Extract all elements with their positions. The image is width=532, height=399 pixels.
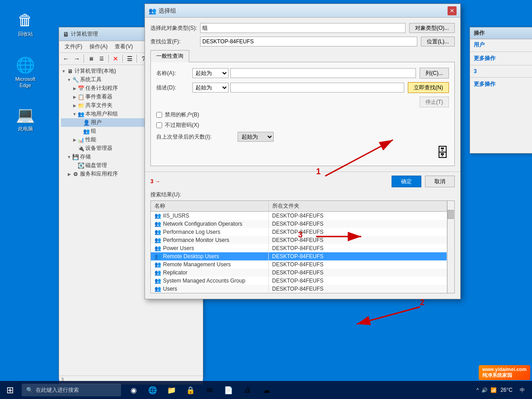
- cell-name: 👥Replicator: [151, 269, 268, 277]
- icon-storage: 💾: [72, 153, 79, 161]
- task-app-cloud[interactable]: ☁: [257, 381, 275, 399]
- no-expire-pwd-label[interactable]: 不过期密码(X): [165, 121, 199, 129]
- recycle-bin-label: 回收站: [18, 31, 33, 37]
- group-icon: 👥: [154, 278, 161, 284]
- group-icon: 👥: [154, 261, 161, 268]
- ops-more-actions-2[interactable]: 更多操作: [470, 79, 532, 90]
- task-app-doc[interactable]: 📄: [219, 381, 238, 399]
- dialog-close-button[interactable]: ✕: [448, 6, 457, 15]
- scrollbar-thumb[interactable]: [448, 210, 454, 219]
- table-row[interactable]: 👥Remote Management Users DESKTOP-84FEUFS: [151, 260, 447, 269]
- label-disk-mgmt: 磁盘管理: [85, 162, 107, 169]
- label-event-viewer: 事件查看器: [85, 93, 112, 101]
- dialog-titlebar: 👥 选择组 ✕: [145, 4, 460, 18]
- desktop-icon-recycle[interactable]: 🗑 回收站: [9, 9, 42, 39]
- days-row: 自上次登录后的天数(I): 起始为: [156, 132, 449, 142]
- location-label: 查找位置(F):: [150, 38, 200, 46]
- task-app-print[interactable]: 🖨: [238, 381, 257, 399]
- search-bar[interactable]: 🔍 在此键入进行搜索: [22, 384, 121, 396]
- start-button[interactable]: ⊞: [0, 381, 20, 399]
- group-icon: 👥: [154, 221, 161, 227]
- svg-line-2: [357, 307, 420, 324]
- disabled-accounts-checkbox[interactable]: [156, 112, 162, 118]
- expand-users: [77, 120, 83, 125]
- ops-divider3: [470, 77, 532, 78]
- expand-services: ▶: [66, 172, 72, 177]
- col-header-folder[interactable]: 所在文件夹: [268, 201, 447, 212]
- recycle-bin-icon: 🗑: [16, 11, 34, 29]
- task-app-folder[interactable]: 📁: [163, 381, 181, 399]
- expand-groups: [77, 129, 83, 134]
- back-button[interactable]: ←: [61, 54, 71, 64]
- desktop-icon-thispc[interactable]: 💻 此电脑: [9, 104, 42, 134]
- icon-local-users-groups: 👥: [77, 111, 84, 118]
- label-users: 用户: [91, 119, 102, 126]
- toolbar-sep2: [108, 55, 109, 63]
- results-search-label: 3 →: [150, 178, 388, 185]
- dialog-body: 选择此对象类型(S): 对象类型(O)... 查找位置(F): 位置(L)...…: [145, 18, 460, 172]
- col-header-name[interactable]: 名称: [151, 201, 268, 212]
- ops-section-users: 用户: [470, 39, 532, 51]
- desktop-icon-edge[interactable]: 🌐 Microsoft Edge: [9, 54, 42, 91]
- tray-indicators[interactable]: ^ 🔊 📶: [476, 387, 497, 393]
- desc-query-label: 描述(D):: [156, 84, 192, 92]
- table-row[interactable]: 👥Performance Monitor Users DESKTOP-84FEU…: [151, 236, 447, 244]
- annotation-2: 2: [420, 298, 425, 307]
- icon-groups: 👥: [83, 128, 90, 135]
- menu-file[interactable]: 文件(F): [61, 42, 86, 51]
- table-row[interactable]: 👥System Managed Accounts Group DESKTOP-8…: [151, 277, 447, 285]
- menu-view[interactable]: 查看(V): [111, 42, 136, 51]
- table-row[interactable]: 👥Network Configuration Operators DESKTOP…: [151, 220, 447, 228]
- no-expire-pwd-checkbox[interactable]: [156, 122, 162, 128]
- table-row[interactable]: 👥IIS_IUSRS DESKTOP-84FEUFS: [151, 212, 447, 220]
- expand-task-scheduler: ▶: [72, 86, 77, 91]
- name-condition-select[interactable]: 起始为: [192, 68, 229, 78]
- cell-folder: DESKTOP-84FEUFS: [268, 236, 447, 244]
- disabled-accounts-label[interactable]: 禁用的帐户(B): [165, 111, 199, 119]
- desc-query-input[interactable]: [230, 83, 404, 93]
- task-app-view[interactable]: ◉: [125, 381, 143, 399]
- ops-more-actions-1[interactable]: 更多操作: [470, 53, 532, 64]
- cell-folder: DESKTOP-84FEUFS: [268, 212, 447, 220]
- delete-button[interactable]: ✕: [111, 54, 121, 64]
- location-input[interactable]: [200, 37, 417, 46]
- show-list-button[interactable]: ☰: [97, 54, 107, 64]
- task-app-edge[interactable]: 🌐: [144, 381, 162, 399]
- label-local-users-groups: 本地用户和组: [85, 110, 118, 118]
- cell-name: 👥Power Users: [151, 244, 268, 252]
- table-row[interactable]: 👥Remote Desktop Users DESKTOP-84FEUFS: [151, 252, 447, 260]
- properties-button[interactable]: ☰: [125, 54, 135, 64]
- operations-title: 操作: [470, 28, 532, 39]
- location-button[interactable]: 位置(L)...: [421, 37, 455, 46]
- ok-button[interactable]: 确定: [392, 176, 421, 187]
- forward-button[interactable]: →: [72, 54, 82, 64]
- col-button[interactable]: 列(C)...: [420, 68, 449, 79]
- cell-folder: DESKTOP-84FEUFS: [268, 244, 447, 252]
- table-row[interactable]: 👥Performance Log Users DESKTOP-84FEUFS: [151, 228, 447, 236]
- object-type-button[interactable]: 对象类型(O)...: [409, 23, 455, 33]
- expand-storage: ▼: [66, 154, 72, 160]
- stop-button[interactable]: 停止(T): [420, 97, 449, 107]
- name-query-input[interactable]: [230, 68, 416, 78]
- task-app-store[interactable]: 🔒: [182, 381, 200, 399]
- group-icon: 👥: [154, 269, 161, 276]
- comp-mgmt-title-icon: 🖥: [63, 31, 69, 38]
- scrollbar[interactable]: [447, 201, 454, 293]
- icon-users: 👤: [83, 119, 90, 126]
- ops-divider1: [470, 51, 532, 52]
- days-dropdown[interactable]: 起始为: [238, 132, 274, 142]
- expand-local-users-groups: ▼: [72, 111, 77, 117]
- task-app-mail[interactable]: ✉: [201, 381, 219, 399]
- menu-action[interactable]: 操作(A): [86, 42, 111, 51]
- taskbar-time[interactable]: 中: [516, 387, 528, 393]
- table-row[interactable]: 👥Replicator DESKTOP-84FEUFS: [151, 269, 447, 277]
- desc-condition-select[interactable]: 起始为: [192, 83, 229, 93]
- show-desktop-button[interactable]: 🖥: [86, 54, 96, 64]
- table-row[interactable]: 👥Power Users DESKTOP-84FEUFS: [151, 244, 447, 252]
- cancel-button[interactable]: 取消: [425, 176, 455, 187]
- table-row[interactable]: 👥Users DESKTOP-84FEUFS: [151, 285, 447, 293]
- weather-temp[interactable]: 26°C: [500, 387, 513, 393]
- object-type-input[interactable]: [200, 23, 406, 33]
- search-now-button[interactable]: 立即查找(N): [408, 82, 449, 93]
- tab-general-query[interactable]: 一般性查询: [150, 50, 189, 62]
